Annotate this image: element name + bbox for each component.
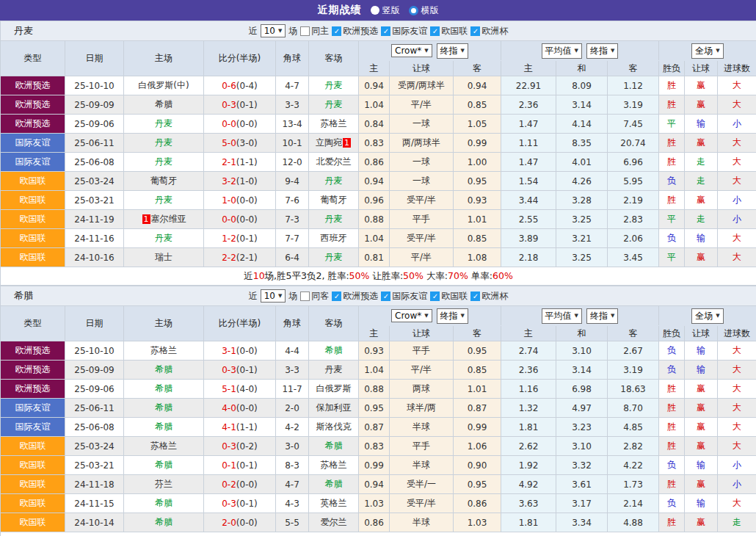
league-filter-checkbox[interactable]: ✓欧国联: [430, 290, 468, 303]
score: 2-0(0-0): [204, 513, 276, 532]
league-filter-checkbox[interactable]: ✓欧洲预选: [332, 290, 378, 303]
home-team: 苏格兰: [124, 437, 204, 456]
league-badge: 国际友谊: [1, 399, 65, 418]
checkbox-checked-icon[interactable]: ✓: [332, 26, 341, 36]
bookmaker-select[interactable]: Crow*▼: [391, 44, 432, 57]
away-odds: 1.00: [454, 153, 501, 172]
score: 0-3(0-1): [204, 95, 276, 115]
same-side-label: 同主: [311, 25, 329, 37]
radio-horizontal[interactable]: 横版: [409, 4, 439, 17]
score: 4-1(1-1): [204, 418, 276, 437]
result-handicap: 输: [685, 456, 718, 475]
result-handicap: 赢: [685, 475, 718, 494]
checkbox-checked-icon[interactable]: ✓: [430, 291, 440, 301]
result-outcome: 胜: [659, 191, 685, 210]
league-badge: 欧国联: [1, 172, 65, 191]
halftime-score: (0-0): [236, 119, 258, 129]
home-team: 希腊: [124, 513, 204, 532]
result-outcome: 平: [659, 248, 685, 267]
checkbox-checked-icon[interactable]: ✓: [381, 26, 390, 36]
avg-home-odds: 2.18: [501, 248, 556, 267]
chevron-down-icon: ▼: [716, 313, 719, 319]
away-team-text: 西班牙: [321, 233, 347, 243]
home-odds: 0.93: [359, 341, 390, 361]
corners: 12-0: [276, 153, 309, 172]
match-date: 25-03-24: [65, 172, 124, 191]
period-select[interactable]: 全场▼: [691, 308, 723, 324]
league-filter-checkbox[interactable]: ✓欧洲杯: [470, 25, 508, 37]
radio-vertical[interactable]: 竖版: [371, 4, 400, 17]
same-side-checkbox[interactable]: 同客: [300, 290, 329, 303]
checkbox-unchecked-icon[interactable]: [300, 291, 310, 301]
avg-home-odds: 2.62: [501, 437, 556, 456]
result-goals: 小: [718, 210, 756, 229]
odds-stage-select[interactable]: 终指▼: [437, 43, 468, 59]
chevron-down-icon: ▼: [575, 48, 578, 54]
bookmaker-select[interactable]: Crow*▼: [391, 309, 432, 322]
home-team: 希腊: [124, 399, 204, 418]
col-header: 客场: [309, 41, 359, 76]
away-odds: 0.93: [454, 191, 501, 210]
result-outcome: 负: [659, 229, 685, 248]
avg-away-odds: 2.67: [608, 341, 659, 361]
home-team-text: 塞尔维亚: [151, 214, 186, 224]
checkbox-checked-icon[interactable]: ✓: [430, 26, 440, 36]
match-count-select[interactable]: 10▼: [261, 289, 286, 303]
odds-stage-select[interactable]: 终指▼: [437, 308, 468, 324]
result-handicap: 赢: [685, 191, 718, 210]
home-team-text: 丹麦: [155, 137, 172, 148]
away-team: 苏格兰: [309, 456, 359, 475]
fulltime-score: 0-0: [222, 119, 236, 129]
checkbox-checked-icon[interactable]: ✓: [470, 26, 480, 36]
halftime-score: (0-0): [236, 214, 258, 225]
away-odds: 0.99: [454, 134, 501, 153]
average-select[interactable]: 平均值▼: [542, 308, 582, 324]
avg-draw-odds: 4.26: [556, 172, 608, 191]
score: 3-1(0-0): [204, 341, 276, 361]
same-side-checkbox[interactable]: 同主: [300, 25, 329, 37]
sub-header: 主: [501, 61, 556, 76]
col-header: 主场: [124, 41, 204, 76]
league-filter-label: 欧洲预选: [343, 25, 378, 37]
checkbox-checked-icon[interactable]: ✓: [470, 291, 480, 301]
away-team: 北爱尔兰: [309, 153, 359, 172]
league-filter-label: 欧国联: [441, 290, 468, 303]
same-side-label: 同客: [311, 290, 329, 303]
handicap-line: 受两/两球半: [390, 76, 454, 95]
checkbox-checked-icon[interactable]: ✓: [332, 291, 341, 301]
result-goals: 小: [718, 115, 756, 134]
league-filter-checkbox[interactable]: ✓欧国联: [430, 25, 468, 37]
away-odds: 0.85: [454, 361, 501, 380]
result-handicap: 赢: [685, 95, 718, 115]
league-filter-checkbox[interactable]: ✓国际友谊: [381, 290, 427, 303]
match-count-select[interactable]: 10▼: [261, 24, 286, 37]
away-team: 丹麦: [309, 248, 359, 267]
odds-group-header: Crow*▼终指▼: [359, 306, 501, 326]
home-odds: 0.88: [359, 210, 390, 229]
chevron-down-icon: ▼: [461, 313, 465, 319]
rank-badge: 1: [142, 214, 150, 224]
handicap-line: 两/两球半: [390, 134, 454, 153]
league-filter-checkbox[interactable]: ✓国际友谊: [381, 25, 427, 37]
league-filter-checkbox[interactable]: ✓欧洲预选: [332, 25, 378, 37]
summary-part: 50%: [349, 270, 370, 281]
avg-stage-select[interactable]: 终指▼: [586, 43, 618, 59]
away-team-text: 丹麦: [325, 175, 343, 186]
avg-home-odds: 3.89: [501, 229, 556, 248]
chevron-down-icon: ▼: [611, 48, 614, 54]
period-select[interactable]: 全场▼: [691, 43, 723, 59]
league-filter-checkbox[interactable]: ✓欧洲杯: [470, 290, 508, 303]
home-odds: 0.94: [359, 475, 390, 494]
checkbox-unchecked-icon[interactable]: [300, 26, 310, 36]
result-goals: 小: [718, 456, 756, 475]
match-date: 25-09-06: [65, 115, 124, 134]
result-handicap: 输: [685, 494, 718, 513]
halftime-score: (0-1): [236, 499, 258, 509]
avg-stage-select[interactable]: 终指▼: [586, 308, 618, 324]
summary-part: 场,胜5平3负2, 胜率:: [265, 270, 349, 281]
checkbox-checked-icon[interactable]: ✓: [381, 291, 390, 301]
average-select[interactable]: 平均值▼: [542, 43, 582, 59]
result-outcome: 负: [659, 172, 685, 191]
match-date: 25-09-09: [65, 361, 124, 380]
home-team-text: 丹麦: [155, 233, 172, 243]
